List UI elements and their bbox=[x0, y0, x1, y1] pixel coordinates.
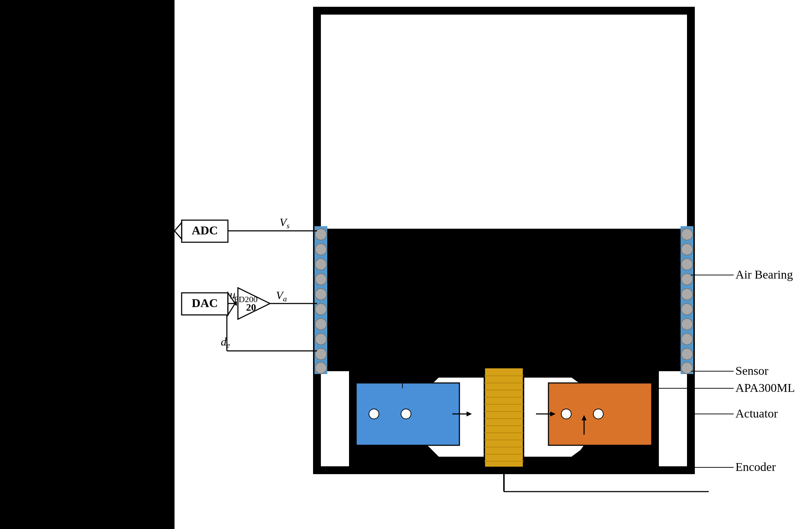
svg-point-13 bbox=[315, 362, 327, 374]
svg-point-16 bbox=[681, 244, 693, 255]
encoder-label: Encoder bbox=[735, 460, 776, 473]
svg-point-8 bbox=[315, 289, 327, 300]
svg-point-19 bbox=[681, 289, 693, 300]
svg-point-20 bbox=[681, 304, 693, 315]
svg-point-10 bbox=[315, 318, 327, 330]
svg-point-37 bbox=[401, 409, 411, 419]
svg-point-9 bbox=[315, 304, 327, 315]
u-label: u bbox=[230, 288, 235, 301]
svg-point-24 bbox=[681, 362, 693, 374]
svg-marker-64 bbox=[175, 223, 182, 239]
left-panel bbox=[0, 0, 175, 529]
svg-point-5 bbox=[315, 244, 327, 255]
svg-rect-2 bbox=[325, 229, 683, 371]
air-bearing-label: Air Bearing bbox=[735, 268, 793, 281]
de-label: de bbox=[221, 335, 230, 349]
svg-point-17 bbox=[681, 259, 693, 270]
vs-label: Vs bbox=[280, 216, 290, 230]
svg-point-21 bbox=[681, 318, 693, 330]
sensor-label: Sensor bbox=[735, 364, 769, 377]
svg-point-12 bbox=[315, 348, 327, 360]
dac-label: DAC bbox=[192, 296, 218, 310]
svg-point-39 bbox=[561, 409, 571, 419]
svg-point-11 bbox=[315, 333, 327, 345]
diagram-area: ADC DAC PD200 20 Vs Va u de Air Bearing bbox=[175, 0, 812, 529]
gain-label: 20 bbox=[246, 302, 256, 313]
actuator-label: Actuator bbox=[735, 407, 778, 420]
svg-point-36 bbox=[369, 409, 379, 419]
svg-point-23 bbox=[681, 348, 693, 360]
svg-point-7 bbox=[315, 274, 327, 285]
adc-label: ADC bbox=[192, 224, 218, 237]
va-label: Va bbox=[276, 289, 287, 303]
main-diagram-svg: ADC DAC PD200 20 Vs Va u de Air Bearing bbox=[175, 0, 812, 529]
svg-rect-1 bbox=[325, 19, 683, 229]
apa300ml-label: APA300ML bbox=[735, 381, 795, 394]
svg-point-40 bbox=[593, 409, 603, 419]
svg-point-6 bbox=[315, 259, 327, 270]
svg-point-22 bbox=[681, 333, 693, 345]
svg-point-15 bbox=[681, 229, 693, 240]
